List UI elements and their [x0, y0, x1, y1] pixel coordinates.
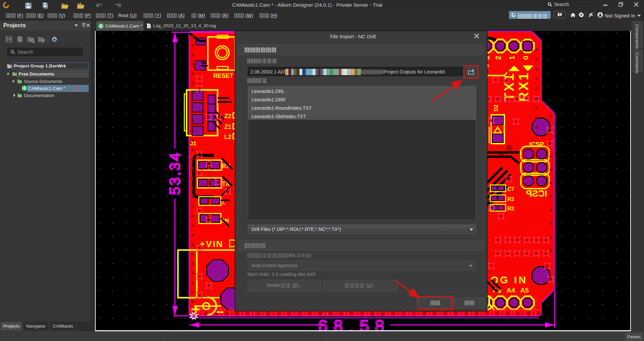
svg-text:Z2: Z2 [224, 113, 231, 119]
svg-text:68.58: 68.58 [318, 317, 390, 330]
svg-text:L2: L2 [224, 134, 231, 140]
svg-text:+VIN: +VIN [200, 239, 224, 249]
svg-text:D2: D2 [493, 104, 499, 111]
svg-text:Z1: Z1 [224, 124, 231, 130]
svg-text:53.34: 53.34 [167, 151, 183, 195]
svg-text:R3: R3 [507, 196, 514, 202]
svg-text:RESET: RESET [213, 72, 233, 79]
svg-text:1: 1 [508, 56, 516, 60]
svg-text:A4: A4 [506, 287, 515, 294]
svg-text:C7: C7 [507, 186, 514, 192]
svg-text:R2: R2 [507, 206, 514, 211]
svg-text:ICSP: ICSP [526, 189, 547, 199]
svg-text:2: 2 [494, 56, 502, 60]
svg-text:A5: A5 [520, 287, 529, 294]
svg-text:J1: J1 [190, 140, 196, 147]
svg-text:0: 0 [521, 56, 530, 60]
